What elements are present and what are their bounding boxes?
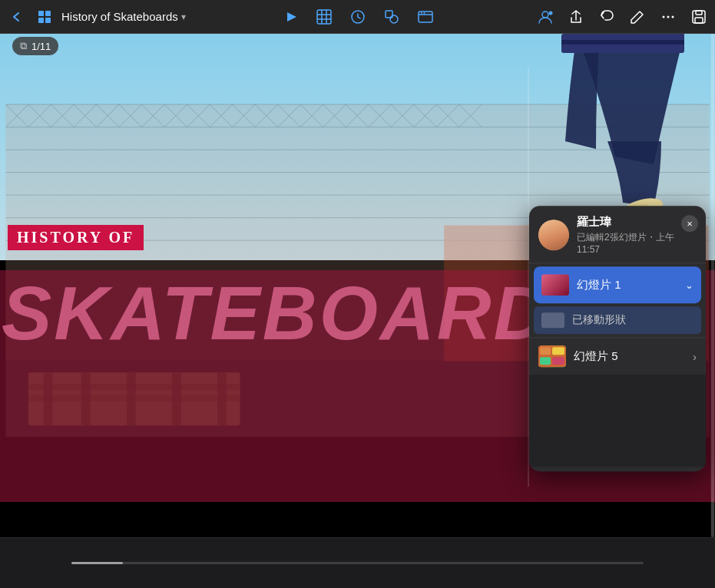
document-title: History of Skateboards (61, 10, 178, 23)
svg-rect-94 (561, 40, 684, 45)
svg-rect-0 (38, 11, 44, 16)
svg-point-16 (549, 11, 553, 15)
popup-close-button[interactable]: × (681, 215, 698, 232)
back-button[interactable] (6, 6, 28, 28)
history-of-box: HISTORY OF (8, 225, 144, 250)
svg-rect-2 (38, 18, 44, 23)
svg-rect-1 (45, 11, 51, 16)
avatar-face (538, 220, 569, 250)
history-of-text: HISTORY OF (17, 229, 134, 246)
toolbar-right (475, 5, 709, 28)
svg-point-18 (667, 15, 670, 18)
svg-point-17 (663, 15, 665, 18)
popup-item-slide5[interactable]: 幻燈片 5 › (529, 337, 706, 375)
popup-moved-shape-label: 已移動形狀 (572, 313, 693, 327)
toolbar-center (240, 5, 475, 28)
svg-rect-22 (695, 18, 703, 23)
svg-rect-96 (540, 347, 551, 355)
undo-button[interactable] (597, 5, 617, 28)
popup-slide5-label: 幻燈片 5 (574, 349, 693, 364)
table-button[interactable] (314, 5, 334, 28)
popup-subtitle: 已編輯2張幻燈片・上午11:57 (577, 231, 697, 255)
timeline-track[interactable] (71, 562, 644, 564)
popup-subitem-thumb (541, 312, 564, 328)
bottom-bar (0, 537, 715, 588)
svg-rect-99 (552, 357, 564, 365)
svg-point-10 (390, 15, 398, 23)
play-button[interactable] (280, 5, 300, 28)
svg-point-13 (421, 12, 422, 14)
collaborate-button[interactable] (535, 5, 555, 28)
scrollbar[interactable] (710, 34, 715, 537)
skater-graphic (500, 34, 715, 233)
svg-rect-3 (45, 18, 51, 23)
popup-user-info: 羅士瑋 已編輯2張幻燈片・上午11:57 (577, 215, 697, 255)
popup-username: 羅士瑋 (577, 215, 697, 230)
scrollbar-thumb (711, 34, 714, 537)
shapes-button[interactable] (382, 5, 402, 28)
popup-slide1-chevron-icon: ⌄ (685, 279, 693, 291)
popup-body: 幻燈片 1 ⌄ 已移動形狀 幻燈片 (529, 266, 706, 471)
slide-counter-text: 1/11 (31, 41, 51, 52)
svg-point-19 (672, 15, 674, 18)
svg-rect-98 (540, 357, 551, 365)
popup-slide5-chevron-icon: › (693, 350, 697, 363)
toolbar: History of Skateboards ▾ (0, 0, 715, 34)
slide-counter-icon: ⧉ (20, 40, 27, 52)
timeline-progress (71, 562, 123, 564)
popup-avatar (538, 220, 569, 250)
svg-rect-12 (419, 12, 432, 22)
skateboard-big-text: SKATEBOARD (2, 271, 550, 355)
svg-rect-97 (552, 347, 564, 355)
title-chevron-icon: ▾ (181, 12, 186, 22)
thumb-mini-1 (541, 274, 569, 296)
share-button[interactable] (566, 5, 586, 28)
skateboard-title: SKATEBOARD (2, 276, 550, 351)
save-button[interactable] (689, 5, 709, 28)
clock-button[interactable] (348, 5, 368, 28)
popup-spacer (529, 375, 706, 467)
more-button[interactable] (658, 5, 678, 28)
svg-rect-4 (317, 10, 331, 24)
toolbar-left: History of Skateboards ▾ (6, 6, 240, 28)
popup-item-slide1[interactable]: 幻燈片 1 ⌄ (534, 266, 701, 303)
svg-point-14 (423, 12, 425, 14)
svg-rect-21 (696, 11, 702, 15)
svg-point-15 (542, 12, 548, 18)
popup-header: 羅士瑋 已編輯2張幻燈片・上午11:57 × (529, 206, 706, 263)
popup-thumb-slide5 (538, 345, 566, 367)
slide-counter: ⧉ 1/11 (12, 37, 58, 55)
popup-subitem-moved-shape[interactable]: 已移動形狀 (534, 306, 701, 334)
document-title-group: History of Skateboards ▾ (61, 10, 186, 23)
slides-panel-button[interactable] (34, 6, 55, 28)
activity-popup: 羅士瑋 已編輯2張幻燈片・上午11:57 × 幻燈片 1 ⌄ 已移動形狀 (529, 206, 706, 471)
thumb-slide5-graphic (538, 345, 566, 367)
popup-thumb-slide1 (541, 274, 569, 296)
media-button[interactable] (415, 5, 435, 28)
popup-slide1-label: 幻燈片 1 (577, 278, 685, 292)
slide-area[interactable]: HISTORY OF SKATEBOARD 羅士瑋 已編輯2張幻燈片・上午11:… (0, 34, 715, 537)
pencil-button[interactable] (627, 5, 647, 28)
